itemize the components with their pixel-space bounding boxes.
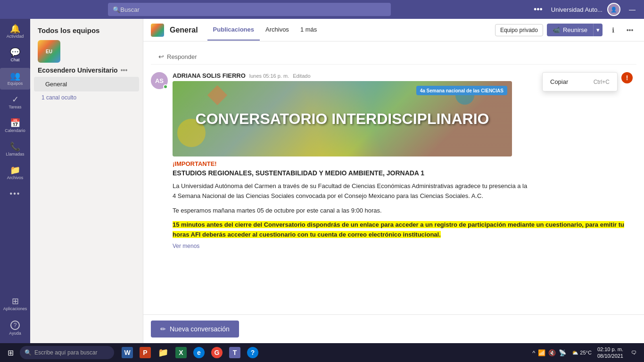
taskbar-excel[interactable]: X bbox=[173, 344, 190, 361]
context-menu-copy[interactable]: Copiar Ctrl+C bbox=[543, 74, 617, 89]
reply-text: Responder bbox=[167, 53, 197, 60]
hidden-channel-text: 1 canal oculto bbox=[41, 94, 76, 101]
chevron-down-icon: ▾ bbox=[596, 26, 600, 33]
message-important: ¡IMPORTANTE! bbox=[173, 160, 636, 167]
system-icons: ^ 📶 🔇 📡 bbox=[530, 349, 568, 356]
teams-sidebar: Todos los equipos EU Ecosendero Universi… bbox=[30, 19, 143, 343]
activity-label: Actividad bbox=[7, 34, 24, 39]
meet-icon: 📹 bbox=[553, 26, 560, 33]
messages-area[interactable]: ↩ Responder AS ADRIANA SOLIS FIERRO lune… bbox=[143, 41, 644, 314]
team-name-text: Ecosendero Universitario bbox=[38, 66, 118, 74]
activity-icon: 🔔 bbox=[10, 25, 20, 33]
sidebar-bottom: ⊞ Aplicaciones ? Ayuda bbox=[0, 293, 30, 343]
new-conv-label: Nueva conversación bbox=[170, 325, 230, 333]
sidebar-item-actividad[interactable]: 🔔 Actividad bbox=[0, 21, 30, 42]
search-bar[interactable]: 🔍 Buscar bbox=[108, 3, 391, 16]
channel-general[interactable]: General bbox=[34, 77, 139, 91]
sidebar-item-llamadas[interactable]: 📞 Llamadas bbox=[0, 139, 30, 160]
message-item: AS ADRIANA SOLIS FIERRO lunes 05:16 p. m… bbox=[151, 68, 636, 253]
taskbar-help[interactable]: ? bbox=[244, 344, 261, 361]
info-icon: ℹ bbox=[612, 26, 614, 34]
new-conversation-area: ✏ Nueva conversación bbox=[143, 314, 644, 343]
chevron-up-icon[interactable]: ^ bbox=[532, 349, 535, 356]
taskbar-powerpoint[interactable]: P bbox=[137, 344, 154, 361]
start-button[interactable]: ⊞ bbox=[2, 344, 19, 361]
message-time: lunes 05:16 p. m. bbox=[249, 73, 289, 79]
teams-label: Equipos bbox=[8, 81, 23, 86]
chat-icon: 💬 bbox=[10, 48, 20, 57]
minimize-button[interactable]: — bbox=[625, 5, 639, 14]
chrome-icon: G bbox=[211, 347, 223, 358]
taskbar-search-icon: 🔍 bbox=[25, 349, 32, 356]
wifi-icon: 📡 bbox=[559, 349, 566, 356]
files-icon: 📁 bbox=[10, 166, 20, 174]
tab-mas[interactable]: 1 más bbox=[295, 19, 322, 41]
user-avatar[interactable]: 👤 bbox=[607, 3, 620, 16]
sidebar-item-calendario[interactable]: 📅 Calendario bbox=[0, 115, 30, 137]
channel-name: General bbox=[170, 26, 198, 34]
taskbar-search[interactable]: 🔍 Escribe aquí para buscar bbox=[20, 346, 114, 359]
taskbar-search-placeholder: Escribe aquí para buscar bbox=[34, 349, 97, 356]
ver-menos-link[interactable]: Ver menos bbox=[173, 243, 636, 249]
context-menu: Copiar Ctrl+C bbox=[542, 72, 618, 91]
taskbar-apps: W P 📁 X e G T ? bbox=[119, 344, 261, 361]
reply-bar[interactable]: ↩ Responder bbox=[151, 49, 636, 65]
team-icon: EU bbox=[38, 40, 60, 63]
sidebar-item-archivos[interactable]: 📁 Archivos bbox=[0, 162, 30, 184]
taskbar-chrome[interactable]: G bbox=[208, 344, 225, 361]
new-conversation-button[interactable]: ✏ Nueva conversación bbox=[151, 321, 239, 337]
channel-tabs: Publicaciones Archivos 1 más bbox=[207, 19, 323, 41]
weather-widget[interactable]: ⛅ 25°C bbox=[570, 350, 594, 356]
tab-publicaciones[interactable]: Publicaciones bbox=[207, 19, 260, 41]
tasks-icon: ✓ bbox=[12, 95, 19, 104]
main-layout: 🔔 Actividad 💬 Chat 👥 Equipos ✓ Tareas 📅 … bbox=[0, 19, 644, 343]
important-badge: ! bbox=[621, 72, 633, 83]
equipo-privado-button[interactable]: Equipo privado bbox=[495, 24, 543, 36]
calls-icon: 📞 bbox=[10, 142, 20, 151]
tab-archivos[interactable]: Archivos bbox=[260, 19, 295, 41]
taskbar: ⊞ 🔍 Escribe aquí para buscar W P 📁 X e G… bbox=[0, 343, 644, 362]
hidden-channel-item[interactable]: 1 canal oculto bbox=[30, 92, 143, 103]
taskbar-word[interactable]: W bbox=[119, 344, 136, 361]
weather-temp: 25°C bbox=[580, 350, 592, 355]
message-banner: CONVERSATORIO INTERDISCIPLINARIO 4a Sema… bbox=[173, 81, 512, 156]
more-icon: ••• bbox=[10, 189, 21, 198]
files-label: Archivos bbox=[7, 175, 24, 180]
taskbar-explorer[interactable]: 📁 bbox=[155, 344, 172, 361]
taskbar-edge[interactable]: e bbox=[190, 344, 207, 361]
search-placeholder: Buscar bbox=[120, 6, 139, 13]
word-icon: W bbox=[122, 347, 133, 358]
sidebar-item-ayuda[interactable]: ? Ayuda bbox=[0, 317, 30, 339]
reunirse-dropdown-button[interactable]: ▾ bbox=[593, 24, 603, 36]
calls-label: Llamadas bbox=[6, 152, 24, 156]
topbar: 🔍 Buscar ••• Universidad Auto... 👤 — bbox=[0, 0, 644, 19]
sidebar-item-equipos[interactable]: 👥 Equipos bbox=[0, 68, 30, 90]
calendar-icon: 📅 bbox=[10, 119, 20, 127]
clock-widget[interactable]: 02:10 p. m. 08/10/2021 bbox=[595, 346, 625, 360]
message-body: ADRIANA SOLIS FIERRO lunes 05:16 p. m. E… bbox=[173, 72, 636, 249]
channel-icon bbox=[151, 24, 164, 37]
message-para1: La Universidad Autónoma del Carmen a tra… bbox=[173, 181, 531, 201]
team-name-label: Ecosendero Universitario ••• bbox=[30, 65, 143, 76]
taskbar-teams[interactable]: T bbox=[226, 344, 243, 361]
all-teams-label: Todos los equipos bbox=[38, 26, 99, 34]
sidebar-item-aplicaciones[interactable]: ⊞ Aplicaciones bbox=[0, 293, 30, 315]
topbar-more-icon[interactable]: ••• bbox=[534, 5, 543, 15]
channel-actions: Equipo privado 📹 Reunirse ▾ ℹ ••• bbox=[495, 24, 636, 37]
explorer-icon: 📁 bbox=[157, 347, 169, 358]
teams-header: Todos los equipos bbox=[30, 19, 143, 38]
notifications-button[interactable]: 🗨 bbox=[627, 346, 640, 359]
sidebar-item-chat[interactable]: 💬 Chat bbox=[0, 44, 30, 66]
sidebar-item-tareas[interactable]: ✓ Tareas bbox=[0, 91, 30, 113]
org-name: Universidad Auto... bbox=[551, 6, 603, 13]
sidebar-item-more[interactable]: ••• bbox=[0, 186, 30, 202]
team-more-icon[interactable]: ••• bbox=[121, 66, 128, 74]
volume-icon: 🔇 bbox=[548, 349, 556, 356]
reply-arrow-icon: ↩ bbox=[158, 53, 164, 60]
message-para2: Te esperamos mañana martes 05 de octubre… bbox=[173, 206, 531, 216]
reunirse-button[interactable]: 📹 Reunirse bbox=[547, 24, 593, 36]
channel-info-button[interactable]: ℹ bbox=[606, 24, 619, 37]
channel-more-button[interactable]: ••• bbox=[623, 24, 636, 37]
message-author: ADRIANA SOLIS FIERRO bbox=[173, 72, 246, 79]
message-subtitle: ESTUDIOS REGIONALES, SUSTENTABILIDAD Y M… bbox=[173, 169, 636, 177]
